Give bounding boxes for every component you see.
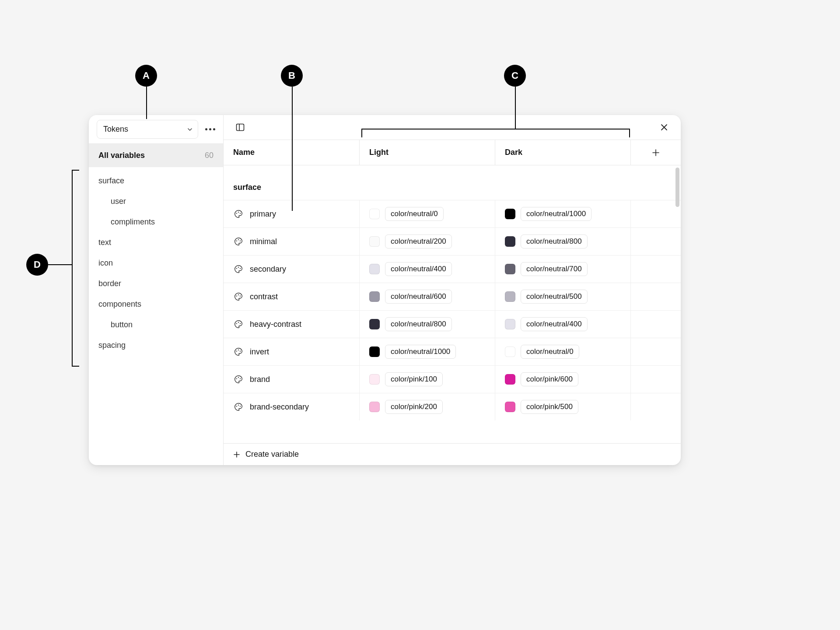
sidebar-group-item[interactable]: icon: [89, 253, 223, 273]
color-swatch: [369, 264, 380, 274]
svg-point-8: [236, 268, 237, 269]
color-swatch: [505, 346, 515, 357]
palette-icon: [233, 346, 244, 357]
palette-icon: [233, 264, 244, 274]
annotation-b-label: B: [288, 70, 295, 81]
alias-chip[interactable]: color/neutral/500: [521, 290, 588, 304]
variable-name-cell[interactable]: primary: [224, 200, 359, 228]
alias-chip[interactable]: color/neutral/700: [521, 262, 588, 276]
variable-row[interactable]: brandcolor/pink/100color/pink/600: [224, 365, 681, 393]
sidebar-group-item[interactable]: text: [89, 232, 223, 253]
annotation-c-line: [515, 87, 516, 130]
variable-dark-cell[interactable]: color/neutral/1000: [495, 200, 630, 228]
variable-name-cell[interactable]: heavy-contrast: [224, 311, 359, 338]
color-swatch: [369, 402, 380, 412]
color-swatch: [505, 264, 515, 274]
variable-light-cell[interactable]: color/neutral/1000: [359, 338, 495, 365]
annotation-d: D: [26, 254, 48, 276]
alias-chip[interactable]: color/neutral/200: [385, 234, 452, 248]
more-options-button[interactable]: [203, 126, 218, 133]
color-swatch: [505, 209, 515, 219]
palette-icon: [233, 402, 244, 412]
variable-name-cell[interactable]: invert: [224, 338, 359, 365]
variable-dark-cell[interactable]: color/neutral/700: [495, 256, 630, 283]
variable-light-cell[interactable]: color/neutral/400: [359, 256, 495, 283]
sidebar-group-item[interactable]: button: [89, 315, 223, 335]
variable-name: heavy-contrast: [250, 320, 301, 329]
variable-name: brand-secondary: [250, 402, 309, 412]
alias-chip[interactable]: color/pink/200: [385, 400, 443, 414]
alias-chip[interactable]: color/neutral/1000: [385, 345, 456, 359]
variable-light-cell[interactable]: color/neutral/200: [359, 228, 495, 255]
variable-name: primary: [250, 210, 276, 219]
panel-body: Tokens All variables 60 surfaceusercompl…: [89, 115, 681, 465]
variable-row[interactable]: brand-secondarycolor/pink/200color/pink/…: [224, 393, 681, 420]
all-variables-count: 60: [205, 151, 214, 160]
header-dark[interactable]: Dark: [495, 140, 630, 165]
variable-dark-cell[interactable]: color/neutral/800: [495, 228, 630, 255]
variable-name-cell[interactable]: brand: [224, 366, 359, 393]
variable-dark-cell[interactable]: color/neutral/0: [495, 338, 630, 365]
scrollbar-thumb[interactable]: [676, 168, 679, 207]
variable-dark-cell[interactable]: color/pink/600: [495, 366, 630, 393]
variable-extra-cell: [630, 393, 681, 420]
sidebar-group-item[interactable]: spacing: [89, 335, 223, 356]
close-icon: [660, 123, 668, 131]
variable-dark-cell[interactable]: color/pink/500: [495, 393, 630, 420]
variable-name: brand: [250, 375, 270, 384]
sidebar-group-item[interactable]: user: [89, 191, 223, 212]
svg-point-13: [240, 296, 241, 297]
svg-point-17: [236, 351, 237, 352]
svg-point-25: [240, 406, 241, 407]
header-light[interactable]: Light: [359, 140, 495, 165]
create-variable-label: Create variable: [245, 450, 299, 459]
sidebar-group-item[interactable]: surface: [89, 171, 223, 191]
create-variable-button[interactable]: Create variable: [224, 443, 681, 465]
close-button[interactable]: [657, 120, 671, 134]
variable-dark-cell[interactable]: color/neutral/500: [495, 283, 630, 310]
variable-row[interactable]: contrastcolor/neutral/600color/neutral/5…: [224, 283, 681, 310]
collection-select[interactable]: Tokens: [97, 120, 198, 139]
alias-chip[interactable]: color/neutral/600: [385, 290, 452, 304]
alias-chip[interactable]: color/pink/600: [521, 372, 578, 386]
variable-light-cell[interactable]: color/neutral/800: [359, 311, 495, 338]
annotation-d-label: D: [34, 259, 41, 270]
variable-name-cell[interactable]: brand-secondary: [224, 393, 359, 420]
variable-light-cell[interactable]: color/neutral/600: [359, 283, 495, 310]
alias-chip[interactable]: color/pink/500: [521, 400, 578, 414]
annotation-a-label: A: [143, 70, 150, 81]
svg-rect-0: [237, 124, 244, 131]
variable-row[interactable]: minimalcolor/neutral/200color/neutral/80…: [224, 228, 681, 255]
sidebar-group-item[interactable]: border: [89, 273, 223, 294]
panel-icon: [235, 122, 245, 132]
variable-dark-cell[interactable]: color/neutral/400: [495, 311, 630, 338]
variable-row[interactable]: invertcolor/neutral/1000color/neutral/0: [224, 338, 681, 365]
variable-light-cell[interactable]: color/neutral/0: [359, 200, 495, 228]
alias-chip[interactable]: color/neutral/400: [521, 317, 588, 331]
variable-name-cell[interactable]: secondary: [224, 256, 359, 283]
variable-name-cell[interactable]: contrast: [224, 283, 359, 310]
alias-chip[interactable]: color/neutral/0: [385, 207, 444, 221]
svg-point-23: [236, 406, 237, 407]
alias-chip[interactable]: color/neutral/800: [521, 234, 588, 248]
add-mode-button[interactable]: [630, 140, 681, 165]
sidebar-group-item[interactable]: compliments: [89, 212, 223, 232]
variable-row[interactable]: secondarycolor/neutral/400color/neutral/…: [224, 255, 681, 283]
alias-chip[interactable]: color/neutral/800: [385, 317, 452, 331]
variable-name-cell[interactable]: minimal: [224, 228, 359, 255]
variable-light-cell[interactable]: color/pink/200: [359, 393, 495, 420]
sidebar-group-item[interactable]: components: [89, 294, 223, 315]
alias-chip[interactable]: color/neutral/0: [521, 345, 579, 359]
variable-light-cell[interactable]: color/pink/100: [359, 366, 495, 393]
alias-chip[interactable]: color/neutral/1000: [521, 207, 592, 221]
sidebar-toggle-button[interactable]: [233, 120, 247, 134]
color-swatch: [369, 209, 380, 219]
annotation-c-bracket: [361, 129, 630, 137]
variable-row[interactable]: heavy-contrastcolor/neutral/800color/neu…: [224, 310, 681, 338]
annotation-a: A: [135, 65, 157, 87]
alias-chip[interactable]: color/pink/100: [385, 372, 443, 386]
alias-chip[interactable]: color/neutral/400: [385, 262, 452, 276]
variable-name: secondary: [250, 265, 286, 274]
all-variables-row[interactable]: All variables 60: [89, 144, 223, 167]
svg-point-18: [238, 350, 239, 350]
